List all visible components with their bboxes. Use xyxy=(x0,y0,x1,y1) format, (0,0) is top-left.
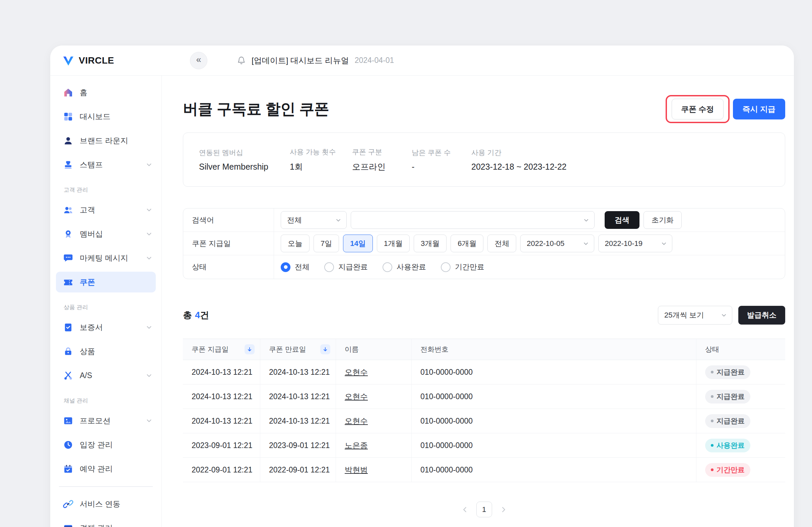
sidebar: 홈 대시보드 브랜드 라운지 스탬프 고객 관리 고객 멤버십 마케팅 xyxy=(50,76,162,527)
search-button[interactable]: 검색 xyxy=(605,211,639,229)
chevron-down-icon xyxy=(335,217,342,224)
status-badge: 기간만료 xyxy=(705,463,750,477)
sidebar-item-stamp[interactable]: 스탬프 xyxy=(50,153,161,177)
preset-all-button[interactable]: 전체 xyxy=(488,235,516,252)
chevron-down-icon xyxy=(582,240,589,247)
table-row: 2023-09-01 12:21 2023-09-01 12:21 노은종 01… xyxy=(183,433,785,458)
chevron-down-icon xyxy=(145,323,153,331)
coupon-edit-button[interactable]: 쿠폰 수정 xyxy=(672,99,723,119)
customer-name-link[interactable]: 박현범 xyxy=(345,465,368,475)
reset-button[interactable]: 초기화 xyxy=(643,211,682,229)
annotation-highlight: 쿠폰 수정 xyxy=(666,95,729,123)
column-issued-date[interactable]: 쿠폰 지급일 xyxy=(183,339,260,360)
pagination: 1 xyxy=(183,501,785,517)
chevron-down-icon xyxy=(145,161,153,168)
keyword-category-select[interactable]: 전체 xyxy=(281,211,347,229)
preset-1m-button[interactable]: 1개월 xyxy=(377,235,410,252)
preset-today-button[interactable]: 오늘 xyxy=(281,235,309,252)
chevron-down-icon xyxy=(721,312,727,318)
calendar-icon xyxy=(63,464,73,474)
table-row: 2024-10-13 12:21 2024-10-13 12:21 오현수 01… xyxy=(183,385,785,409)
radio-checked-icon xyxy=(281,262,290,272)
sidebar-item-entrance[interactable]: 입장 관리 xyxy=(50,433,161,457)
sidebar-item-dashboard[interactable]: 대시보드 xyxy=(50,104,161,129)
page-number-button[interactable]: 1 xyxy=(476,501,492,517)
radio-unchecked-icon xyxy=(324,262,334,272)
notification-bar: [업데이트] 대시보드 리뉴얼 2024-04-01 xyxy=(237,55,394,66)
status-dot-icon xyxy=(711,444,713,447)
status-badge: 지급완료 xyxy=(705,414,750,428)
preset-3m-button[interactable]: 3개월 xyxy=(414,235,447,252)
status-dot-icon xyxy=(711,395,713,398)
sidebar-section-customer-mgmt: 고객 관리 xyxy=(50,177,161,198)
membership-icon xyxy=(63,229,73,239)
bell-icon[interactable] xyxy=(237,56,246,65)
sidebar-collapse-button[interactable]: « xyxy=(190,52,207,69)
page-size-select[interactable]: 25개씩 보기 xyxy=(658,306,732,325)
sidebar-item-products[interactable]: 상품 xyxy=(50,339,161,363)
sidebar-item-brand-lounge[interactable]: 브랜드 라운지 xyxy=(50,129,161,153)
status-dot-icon xyxy=(711,420,713,422)
customer-name-link[interactable]: 노은종 xyxy=(345,440,368,451)
app-window: VIRCLE « [업데이트] 대시보드 리뉴얼 2024-04-01 홈 대시… xyxy=(50,45,794,527)
prev-page-icon[interactable] xyxy=(461,505,469,514)
sidebar-item-warranty[interactable]: 보증서 xyxy=(50,315,161,339)
scissors-icon xyxy=(63,371,73,381)
column-expiry-date[interactable]: 쿠폰 만료일 xyxy=(260,339,336,360)
promotion-icon xyxy=(63,416,73,426)
product-icon xyxy=(63,346,73,357)
brand-name: VIRCLE xyxy=(79,55,114,66)
coupon-summary-card: 연동된 멤버십 Silver Membership 사용 가능 횟수 1회 쿠폰… xyxy=(183,133,785,187)
sidebar-item-service-integration[interactable]: 서비스 연동 xyxy=(50,492,161,516)
summary-field-remaining: 남은 쿠폰 수 - xyxy=(412,148,471,172)
clock-icon xyxy=(63,440,73,450)
status-radio-all[interactable]: 전체 xyxy=(281,262,309,272)
chevron-down-icon xyxy=(145,417,153,424)
status-badge: 사용완료 xyxy=(705,439,750,452)
keyword-value-select[interactable] xyxy=(351,211,595,229)
status-radio-used[interactable]: 사용완료 xyxy=(382,262,426,272)
coupon-table: 쿠폰 지급일 쿠폰 만료일 이름 전화번호 상태 2024-10-13 12:2… xyxy=(183,338,785,482)
vircle-logo-icon xyxy=(62,55,74,66)
sidebar-item-promotions[interactable]: 프로모션 xyxy=(50,409,161,433)
stamp-icon xyxy=(63,160,73,170)
filter-row-status: 상태 전체 지급완료 사용완료 xyxy=(183,255,785,279)
filter-row-issued-date: 쿠폰 지급일 오늘 7일 14일 1개월 3개월 6개월 전체 2022-10-… xyxy=(183,232,785,255)
marketing-message-icon xyxy=(63,253,73,264)
date-from-select[interactable]: 2022-10-05 xyxy=(520,235,594,252)
sidebar-item-marketing-messages[interactable]: 마케팅 메시지 xyxy=(50,246,161,270)
revoke-issue-button[interactable]: 발급취소 xyxy=(738,306,785,325)
date-to-select[interactable]: 2022-10-19 xyxy=(598,235,672,252)
status-radio-expired[interactable]: 기간만료 xyxy=(441,262,484,272)
column-status: 상태 xyxy=(696,339,785,360)
preset-14d-button[interactable]: 14일 xyxy=(343,235,373,252)
table-row: 2024-10-13 12:21 2024-10-13 12:21 오현수 01… xyxy=(183,360,785,385)
sidebar-item-customers[interactable]: 고객 xyxy=(50,198,161,222)
column-phone: 전화번호 xyxy=(412,339,696,360)
sidebar-item-coupons[interactable]: 쿠폰 xyxy=(56,272,156,292)
page-title: 버클 구독료 할인 쿠폰 xyxy=(183,99,329,119)
status-dot-icon xyxy=(711,371,713,373)
sidebar-item-payments[interactable]: 결제 관리 xyxy=(50,516,161,527)
sidebar-item-reservations[interactable]: 예약 관리 xyxy=(50,457,161,481)
customer-name-link[interactable]: 오현수 xyxy=(345,367,368,377)
preset-6m-button[interactable]: 6개월 xyxy=(451,235,483,252)
next-page-icon[interactable] xyxy=(499,505,508,514)
preset-7d-button[interactable]: 7일 xyxy=(314,235,339,252)
sort-desc-icon[interactable] xyxy=(245,344,255,355)
status-radio-issued[interactable]: 지급완료 xyxy=(324,262,368,272)
sidebar-item-home[interactable]: 홈 xyxy=(50,80,161,104)
sort-desc-icon[interactable] xyxy=(320,344,330,355)
sidebar-item-after-service[interactable]: A/S xyxy=(50,363,161,388)
instant-issue-button[interactable]: 즉시 지급 xyxy=(733,99,785,119)
summary-field-usage-count: 사용 가능 횟수 1회 xyxy=(290,147,352,172)
status-dot-icon xyxy=(711,468,713,471)
customer-name-link[interactable]: 오현수 xyxy=(345,391,368,402)
chevron-down-icon xyxy=(145,372,153,379)
total-count-number: 4 xyxy=(195,310,200,320)
sidebar-item-membership[interactable]: 멤버십 xyxy=(50,222,161,246)
table-row: 2022-09-01 12:21 2022-09-01 12:21 박현범 01… xyxy=(183,458,785,482)
notice-date: 2024-04-01 xyxy=(355,56,394,65)
column-name: 이름 xyxy=(336,339,412,360)
customer-name-link[interactable]: 오현수 xyxy=(345,416,368,426)
